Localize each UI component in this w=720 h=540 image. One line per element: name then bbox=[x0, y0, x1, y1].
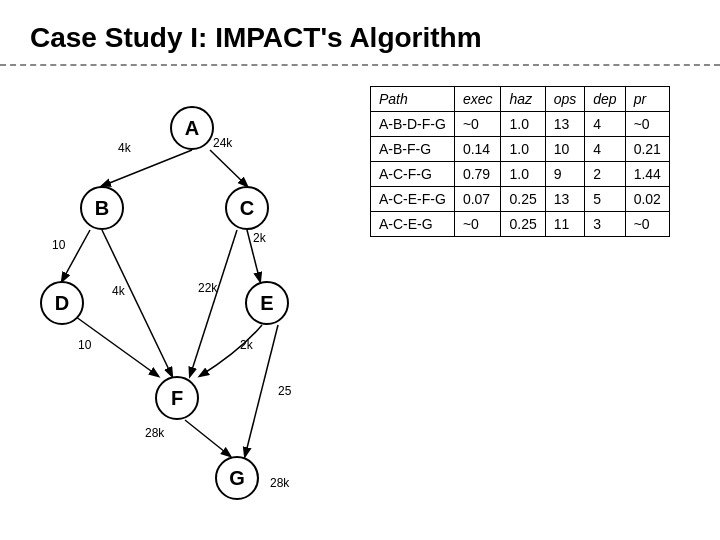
col-header-path: Path bbox=[371, 87, 455, 112]
edge-label-FG: 28k bbox=[145, 426, 164, 440]
edge-label-DF: 10 bbox=[78, 338, 91, 352]
col-header-haz: haz bbox=[501, 87, 545, 112]
table-row: A-B-D-F-G~01.0134~0 bbox=[371, 112, 670, 137]
table-cell: 9 bbox=[545, 162, 585, 187]
table-cell: ~0 bbox=[454, 112, 501, 137]
table-area: Path exec haz ops dep pr A-B-D-F-G~01.01… bbox=[370, 86, 700, 486]
table-cell: ~0 bbox=[625, 212, 669, 237]
edge-label-CF: 22k bbox=[198, 281, 217, 295]
data-table: Path exec haz ops dep pr A-B-D-F-G~01.01… bbox=[370, 86, 670, 237]
table-cell: 0.14 bbox=[454, 137, 501, 162]
table-cell: 5 bbox=[585, 187, 625, 212]
table-cell: 13 bbox=[545, 112, 585, 137]
edge-label-EF: 2k bbox=[240, 338, 253, 352]
table-cell: 0.21 bbox=[625, 137, 669, 162]
col-header-exec: exec bbox=[454, 87, 501, 112]
table-cell: A-C-E-G bbox=[371, 212, 455, 237]
table-cell: 0.25 bbox=[501, 212, 545, 237]
node-F: F bbox=[155, 376, 199, 420]
node-A: A bbox=[170, 106, 214, 150]
table-row: A-C-E-F-G0.070.251350.02 bbox=[371, 187, 670, 212]
node-E: E bbox=[245, 281, 289, 325]
edge-label-AC: 24k bbox=[213, 136, 232, 150]
svg-line-8 bbox=[185, 420, 230, 456]
table-cell: 1.44 bbox=[625, 162, 669, 187]
col-header-pr: pr bbox=[625, 87, 669, 112]
table-row: A-B-F-G0.141.01040.21 bbox=[371, 137, 670, 162]
svg-line-0 bbox=[102, 150, 192, 186]
node-B: B bbox=[80, 186, 124, 230]
edge-label-BF: 4k bbox=[112, 284, 125, 298]
svg-line-3 bbox=[102, 230, 172, 376]
table-cell: ~0 bbox=[454, 212, 501, 237]
title: Case Study I: IMPACT's Algorithm bbox=[0, 0, 720, 66]
col-header-dep: dep bbox=[585, 87, 625, 112]
table-cell: 1.0 bbox=[501, 137, 545, 162]
table-row: A-C-E-G~00.25113~0 bbox=[371, 212, 670, 237]
table-cell: 3 bbox=[585, 212, 625, 237]
edge-label-EG: 25 bbox=[278, 384, 291, 398]
table-cell: 1.0 bbox=[501, 162, 545, 187]
table-cell: 0.02 bbox=[625, 187, 669, 212]
node-C: C bbox=[225, 186, 269, 230]
table-cell: 10 bbox=[545, 137, 585, 162]
table-row: A-C-F-G0.791.0921.44 bbox=[371, 162, 670, 187]
edge-label-AB: 4k bbox=[118, 141, 131, 155]
node-G: G bbox=[215, 456, 259, 500]
node-D: D bbox=[40, 281, 84, 325]
svg-line-1 bbox=[210, 150, 247, 186]
table-cell: 2 bbox=[585, 162, 625, 187]
table-cell: A-C-F-G bbox=[371, 162, 455, 187]
edge-label-G-extra: 28k bbox=[270, 476, 289, 490]
table-cell: 13 bbox=[545, 187, 585, 212]
table-cell: 4 bbox=[585, 112, 625, 137]
edge-label-BD: 10 bbox=[52, 238, 65, 252]
table-cell: A-B-F-G bbox=[371, 137, 455, 162]
table-cell: A-B-D-F-G bbox=[371, 112, 455, 137]
table-cell: 4 bbox=[585, 137, 625, 162]
svg-line-2 bbox=[62, 230, 90, 281]
table-cell: 0.79 bbox=[454, 162, 501, 187]
table-cell: A-C-E-F-G bbox=[371, 187, 455, 212]
table-cell: 0.07 bbox=[454, 187, 501, 212]
col-header-ops: ops bbox=[545, 87, 585, 112]
svg-line-4 bbox=[190, 230, 237, 376]
table-cell: 1.0 bbox=[501, 112, 545, 137]
table-cell: 0.25 bbox=[501, 187, 545, 212]
table-cell: 11 bbox=[545, 212, 585, 237]
table-cell: ~0 bbox=[625, 112, 669, 137]
edge-label-CE: 2k bbox=[253, 231, 266, 245]
graph-area: A B C D E F G 4k 24k 10 4k 22k 2k 10 2k … bbox=[30, 86, 350, 486]
